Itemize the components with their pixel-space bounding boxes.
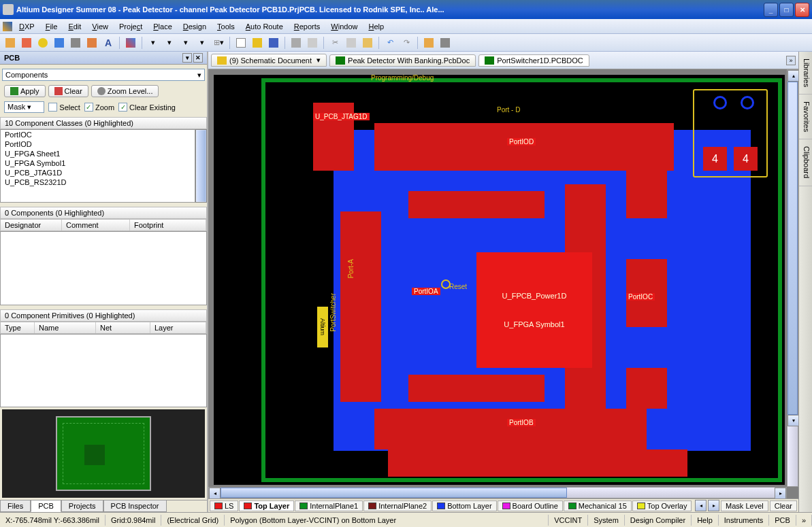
col-layer[interactable]: Layer	[150, 322, 206, 333]
menu-reports[interactable]: Reports	[289, 21, 326, 32]
menu-dxp[interactable]: DXP	[14, 21, 40, 32]
status-chevron[interactable]: »	[796, 515, 812, 526]
layer-outline[interactable]: Board Outline	[498, 500, 563, 511]
horizontal-scrollbar[interactable]: ◂ ▸	[208, 487, 787, 498]
components-grid[interactable]	[0, 231, 207, 305]
tool-3[interactable]	[35, 35, 50, 50]
scroll-down-button[interactable]: ▾	[787, 415, 798, 426]
tool-grid[interactable]: ⊞▾	[211, 35, 226, 50]
layer-mech15[interactable]: Mechanical 15	[564, 500, 632, 511]
col-footprint[interactable]: Footprint	[130, 220, 206, 231]
apply-button[interactable]: Apply	[4, 85, 46, 97]
col-type[interactable]: Type	[1, 322, 35, 333]
list-item[interactable]: PortIOD	[1, 139, 195, 149]
tool-10[interactable]: ▾	[178, 35, 193, 50]
list-item[interactable]: U_FPGA Sheet1	[1, 149, 195, 158]
mask-level-button[interactable]: Mask Level	[721, 500, 768, 511]
undo-icon[interactable]: ↶	[383, 35, 397, 50]
tool-8[interactable]: ▾	[146, 35, 161, 50]
layer-ip1[interactable]: InternalPlane1	[295, 500, 363, 511]
tool-5[interactable]	[68, 35, 83, 50]
col-comment[interactable]: Comment	[62, 220, 130, 231]
primitives-grid[interactable]	[0, 334, 207, 408]
layer-nav-prev[interactable]: ◂	[695, 500, 707, 511]
scroll-right-button[interactable]: ▸	[775, 488, 786, 498]
select-checkbox[interactable]: Select	[48, 103, 80, 112]
panel-dropdown-button[interactable]: ▾	[182, 53, 192, 63]
tab-clipboard[interactable]: Clipboard	[799, 139, 812, 186]
pcb-canvas[interactable]: 4 4 U_FPCB_Power1D U_FPGA Symbol1 Reset …	[214, 75, 785, 485]
tool-last[interactable]	[438, 35, 453, 50]
tool-7[interactable]	[123, 35, 138, 50]
col-net[interactable]: Net	[96, 322, 150, 333]
menu-help[interactable]: Help	[363, 21, 389, 32]
menu-place[interactable]: Place	[148, 21, 178, 32]
list-item[interactable]: PortIOC	[1, 130, 195, 139]
menu-design[interactable]: Design	[178, 21, 212, 32]
layer-bottom[interactable]: Bottom Layer	[432, 500, 496, 511]
scroll-up-button[interactable]: ▴	[787, 70, 798, 82]
clear-existing-checkbox[interactable]: ✓Clear Existing	[118, 103, 176, 112]
tool-6[interactable]	[84, 35, 99, 50]
doc-tab-schematic[interactable]: (9) Schematic Document▾	[211, 54, 327, 67]
tab-pcb[interactable]: PCB	[31, 500, 61, 512]
close-button[interactable]: ✕	[795, 3, 809, 17]
components-dropdown[interactable]: Components	[2, 69, 205, 81]
menu-view[interactable]: View	[86, 21, 114, 32]
status-pcb[interactable]: PCB	[769, 515, 796, 526]
zoom-checkbox[interactable]: ✓Zoom	[84, 103, 114, 112]
paste-icon[interactable]	[360, 35, 375, 50]
pcb-thumbnail[interactable]	[2, 409, 205, 498]
menu-autoroute[interactable]: Auto Route	[240, 21, 289, 32]
layer-nav-next[interactable]: ▸	[708, 500, 719, 511]
maximize-button[interactable]: □	[779, 3, 794, 17]
menu-tools[interactable]: Tools	[212, 21, 240, 32]
tool-wand[interactable]	[421, 35, 436, 50]
list-item[interactable]: U_FPGA Symbol1	[1, 158, 195, 168]
panel-close-button[interactable]: ✕	[193, 53, 203, 63]
tool-11[interactable]: ▾	[195, 35, 210, 50]
status-help[interactable]: Help	[692, 515, 719, 526]
open-icon[interactable]	[250, 35, 265, 50]
tool-2[interactable]	[19, 35, 34, 50]
layer-ip2[interactable]: InternalPlane2	[363, 500, 432, 511]
tab-projects[interactable]: Projects	[61, 500, 103, 512]
minimize-button[interactable]: _	[764, 3, 778, 17]
tool-text[interactable]: A	[101, 35, 116, 50]
zoom-level-button[interactable]: Zoom Level...	[91, 85, 159, 97]
tab-favorites[interactable]: Favorites	[799, 95, 812, 139]
status-design-compiler[interactable]: Design Compiler	[625, 515, 692, 526]
menu-window[interactable]: Window	[325, 21, 363, 32]
layer-clear-button[interactable]: Clear	[770, 500, 797, 511]
classes-scrollbar[interactable]	[195, 129, 207, 203]
status-instruments[interactable]: Instruments	[719, 515, 769, 526]
tab-libraries[interactable]: Libraries	[799, 52, 812, 95]
tab-pcb-inspector[interactable]: PCB Inspector	[103, 500, 167, 512]
menu-file[interactable]: File	[40, 21, 63, 32]
new-icon[interactable]	[233, 35, 248, 50]
print-icon[interactable]	[289, 35, 304, 50]
mask-select[interactable]: Mask ▾	[4, 101, 44, 113]
tab-files[interactable]: Files	[0, 500, 31, 512]
tabs-overflow-button[interactable]: »	[786, 56, 796, 65]
redo-icon[interactable]: ↷	[399, 35, 414, 50]
layer-top-overlay[interactable]: Top Overlay	[632, 500, 692, 511]
cut-icon[interactable]: ✂	[327, 35, 342, 50]
tool-9[interactable]: ▾	[162, 35, 177, 50]
list-item[interactable]: U_PCB_JTAG1D	[1, 168, 195, 177]
copy-icon[interactable]	[344, 35, 359, 50]
list-item[interactable]: U_PCB_RS2321D	[1, 177, 195, 187]
layer-ls[interactable]: LS	[210, 500, 238, 511]
preview-icon[interactable]	[305, 35, 320, 50]
tool-4[interactable]	[52, 35, 67, 50]
col-name[interactable]: Name	[35, 322, 96, 333]
col-designator[interactable]: Designator	[1, 220, 62, 231]
scroll-left-button[interactable]: ◂	[209, 488, 221, 498]
tool-1[interactable]	[3, 35, 18, 50]
doc-tab-portswitcher[interactable]: PortSwitcher1D.PCBDOC	[478, 54, 589, 67]
status-system[interactable]: System	[588, 515, 625, 526]
doc-tab-peak-detector[interactable]: Peak Detector With Banking.PcbDoc	[329, 54, 476, 67]
classes-list[interactable]: PortIOC PortIOD U_FPGA Sheet1 U_FPGA Sym…	[0, 129, 195, 203]
layer-top[interactable]: Top Layer	[239, 500, 294, 511]
vertical-scrollbar[interactable]: ▴ ▾	[787, 69, 798, 487]
